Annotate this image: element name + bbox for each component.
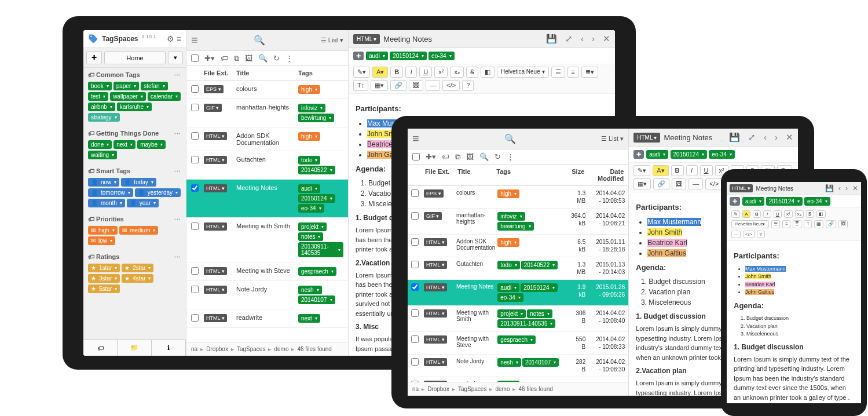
ext-pill[interactable]: GIF ▾ (204, 104, 222, 112)
tag-next[interactable]: next▾ (298, 314, 320, 323)
next-icon[interactable]: › (592, 34, 595, 44)
tag-eo-34[interactable]: eo-34▾ (709, 150, 735, 159)
image-button[interactable]: 🖼 (409, 80, 423, 91)
underline-button[interactable]: U (419, 67, 432, 78)
tag-20150124[interactable]: 20150124▾ (390, 52, 427, 60)
text-button[interactable]: T↕ (353, 80, 368, 91)
tag-group-header[interactable]: 🏷 Priorities⋮ (83, 212, 186, 226)
tag-20140522[interactable]: 20140522▾ (521, 261, 558, 269)
tag-month[interactable]: 👤month▾ (88, 199, 125, 207)
file-row[interactable]: HTML ▾ Meeting Notes audi▾20150124▾eo-34… (186, 180, 348, 218)
ext-pill[interactable]: HTML ▾ (424, 261, 447, 269)
ext-pill[interactable]: HTML ▾ (424, 238, 447, 246)
tag-year[interactable]: 👤year▾ (127, 199, 159, 207)
file-row[interactable]: EPS ▾ colours high▾1.3MB 2014.04.02- 10:… (408, 186, 628, 209)
ext-pill[interactable]: HTML ▾ (424, 283, 447, 291)
tag-high[interactable]: high▾ (497, 189, 519, 198)
tag-5star[interactable]: ★5star▾ (88, 284, 120, 293)
refresh-icon[interactable]: ↻ (495, 153, 501, 160)
row-checkbox[interactable] (191, 184, 199, 192)
ext-pill[interactable]: HTML ▾ (204, 222, 227, 231)
view-mode-button[interactable]: ☰ List ▾ (321, 37, 343, 44)
view-mode-button[interactable]: ☰ List ▾ (601, 135, 624, 143)
search-icon[interactable]: 🔍 (254, 35, 265, 46)
tag-icon[interactable]: 🏷 (442, 153, 449, 160)
save-icon[interactable]: 💾 (825, 184, 834, 192)
prev-icon[interactable]: ‹ (764, 132, 767, 143)
tag-audi[interactable]: audi▾ (366, 52, 388, 60)
tag-1star[interactable]: ★1star▾ (88, 264, 120, 272)
tag-2star[interactable]: ★2star▾ (122, 264, 153, 272)
add-location-button[interactable]: ✚ (86, 51, 102, 64)
tag-notes[interactable]: notes▾ (527, 309, 552, 318)
file-row[interactable]: HTML ▾ Meeting Notes audi▾20150124▾eo-34… (408, 280, 628, 306)
tag-book[interactable]: book▾ (88, 82, 112, 90)
file-row[interactable]: HTML ▾ Addon SDK Documentation high▾6.5k… (408, 235, 628, 257)
tag-today[interactable]: 👤today▾ (121, 178, 156, 187)
tag-stefan[interactable]: stefan▾ (141, 82, 167, 90)
tag-gespraech[interactable]: gespraech▾ (497, 335, 536, 344)
add-icon[interactable]: ✚▾ (204, 54, 215, 62)
align-button[interactable]: ≣▾ (581, 67, 598, 78)
help-button[interactable]: ? (462, 80, 474, 91)
row-checkbox[interactable] (411, 283, 419, 291)
crumb[interactable]: Dropbox (419, 386, 449, 392)
sup-button[interactable]: x² (434, 67, 448, 78)
row-checkbox[interactable] (411, 261, 419, 268)
ul-button[interactable]: ☰ (551, 67, 565, 78)
tag-group-header[interactable]: 🏷 Common Tags⋮ (83, 68, 186, 82)
group-menu-icon[interactable]: ⋮ (174, 254, 181, 260)
hamburger-icon[interactable]: ≡ (412, 132, 419, 145)
tag-karlsruhe[interactable]: karlsruhe▾ (117, 103, 152, 111)
tag-medium[interactable]: ✉medium▾ (119, 226, 159, 235)
ext-pill[interactable]: HTML ▾ (424, 335, 447, 344)
strike-button[interactable]: S̶ (466, 67, 478, 78)
search-icon[interactable]: 🔍 (504, 133, 516, 144)
row-checkbox[interactable] (411, 189, 419, 197)
ext-pill[interactable]: EPS ▾ (204, 85, 224, 93)
tag-high[interactable]: ✉high▾ (88, 226, 118, 235)
file-ext-badge[interactable]: HTML ▾ (353, 34, 380, 44)
row-checkbox[interactable] (411, 358, 419, 366)
hamburger-icon[interactable]: ≡ (191, 34, 198, 47)
file-row[interactable]: HTML ▾ Gutachten todo▾20140522▾ (186, 151, 348, 180)
fullscreen-icon[interactable]: ⤢ (748, 132, 756, 143)
tag-20130911-140535[interactable]: 20130911-140535▾ (298, 242, 343, 257)
clear-button[interactable]: ◧ (481, 67, 495, 78)
row-checkbox[interactable] (411, 309, 419, 317)
crumb[interactable]: TagSpaces (449, 386, 486, 392)
save-icon[interactable]: 💾 (729, 132, 740, 143)
tag-calendar[interactable]: calendar▾ (148, 92, 181, 101)
copy-icon[interactable]: ⧉ (455, 153, 460, 160)
add-icon[interactable]: ✚▾ (426, 153, 436, 160)
tag-notes[interactable]: notes▾ (298, 232, 323, 241)
tag-eo-34[interactable]: eo-34▾ (298, 204, 324, 213)
file-row[interactable]: HTML ▾ Meeting with Steve gespraech▾550B… (408, 332, 628, 355)
sub-button[interactable]: x₂ (450, 67, 464, 78)
image-icon[interactable]: 🖼 (245, 54, 252, 62)
table-button[interactable]: ▦▾ (371, 80, 388, 91)
col-title[interactable]: Title (236, 70, 298, 76)
ext-pill[interactable]: HTML ▾ (204, 184, 227, 192)
crumb[interactable]: 46 files found (510, 386, 553, 392)
row-checkbox[interactable] (191, 222, 199, 230)
crumb[interactable]: 46 files found (288, 346, 332, 352)
row-checkbox[interactable] (411, 212, 419, 220)
ext-pill[interactable]: HTML ▾ (204, 286, 227, 294)
tag-20140522[interactable]: 20140522▾ (298, 166, 335, 174)
tag-high[interactable]: high▾ (298, 132, 320, 141)
ol-button[interactable]: ≡ (567, 67, 579, 78)
tag-done[interactable]: done▾ (88, 140, 112, 149)
crumb[interactable]: demo (486, 386, 510, 392)
highlight-button[interactable]: A▾ (372, 67, 388, 78)
tag-group-header[interactable]: 🏷 Ratings⋮ (83, 250, 186, 264)
tag-strategy[interactable]: strategy▾ (88, 113, 120, 122)
tag-20130911-140535[interactable]: 20130911-140535▾ (497, 319, 555, 328)
col-tags[interactable]: Tags (298, 70, 343, 76)
crumb[interactable]: demo (265, 346, 288, 352)
tag-projekt[interactable]: projekt▾ (298, 222, 327, 231)
tag-tomorrow[interactable]: 👤tomorrow▾ (88, 188, 133, 197)
location-dropdown-button[interactable]: ▾ (168, 51, 183, 64)
tag-nesh[interactable]: nesh▾ (298, 286, 322, 294)
row-checkbox[interactable] (411, 335, 419, 343)
